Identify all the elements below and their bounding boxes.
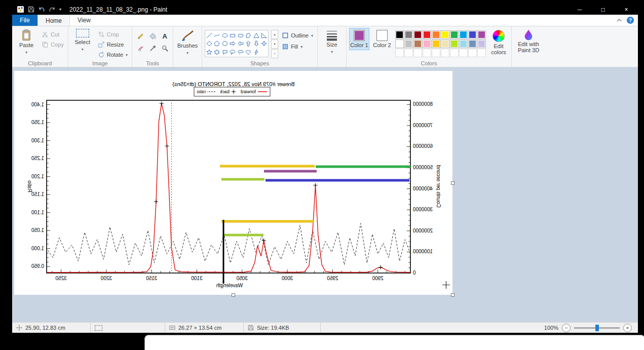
palette-swatch[interactable] [468,30,477,39]
size-button[interactable]: Size [320,28,344,54]
shape-up-arrow[interactable] [245,40,252,47]
fill-tool-button[interactable] [147,30,158,42]
select-button[interactable]: Select [71,28,94,52]
zoom-slider-thumb[interactable] [595,325,599,331]
shape-curve[interactable] [214,32,220,39]
palette-swatch-empty[interactable] [395,49,404,57]
shape-rounded-rectangle[interactable] [237,32,244,39]
palette-swatch[interactable] [477,30,486,39]
palette-swatch[interactable] [450,30,459,39]
canvas-image[interactable]: Brewer #079 Nov 28, 2022, TORONTO (dt=35… [14,71,452,295]
palette-swatch[interactable] [395,30,404,39]
copy-button[interactable]: Copy [41,41,65,49]
edit-with-paint3d-button[interactable]: Edit with Paint 3D [514,28,543,53]
palette-swatch-empty[interactable] [404,49,413,57]
canvas-resize-handle-corner[interactable] [451,293,454,297]
tab-home[interactable]: Home [37,15,70,26]
palette-swatch-empty[interactable] [441,49,449,57]
palette-swatch[interactable] [404,40,413,48]
palette-swatch[interactable] [459,30,468,39]
shape-oval[interactable] [221,32,228,39]
shape-five-point-star[interactable] [206,49,212,56]
shape-down-arrow[interactable] [253,40,259,47]
file-menu-button[interactable]: File [12,15,37,26]
pencil-tool-button[interactable] [135,30,146,42]
palette-swatch[interactable] [432,40,440,48]
rotate-button[interactable]: Rotate [97,51,129,59]
shape-triangle[interactable] [253,32,259,39]
palette-swatch-empty[interactable] [459,49,468,57]
palette-swatch[interactable] [441,30,449,39]
text-tool-button[interactable]: A [159,30,170,42]
shape-lightning[interactable] [253,49,259,56]
cut-button[interactable]: Cut [41,30,65,38]
shape-diamond[interactable] [206,40,212,47]
shapes-expand-icon[interactable]: ▿ [271,49,278,58]
shape-four-point-star[interactable] [261,40,268,47]
palette-swatch[interactable] [477,40,486,48]
tab-view[interactable]: View [70,15,98,26]
palette-swatch[interactable] [432,30,440,39]
palette-swatch[interactable] [468,40,477,48]
palette-swatch[interactable] [423,40,431,48]
edit-colors-button[interactable]: Edit colors [488,28,509,57]
palette-swatch[interactable] [404,30,413,39]
palette-swatch-empty[interactable] [450,49,459,57]
palette-swatch-empty[interactable] [413,49,422,57]
palette-swatch[interactable] [395,40,404,48]
palette-swatch-empty[interactable] [423,49,431,57]
undo-icon[interactable] [38,7,45,13]
selection-size-icon [95,325,102,331]
shape-rectangle[interactable] [230,32,236,39]
palette-swatch[interactable] [413,30,422,39]
brushes-button[interactable]: Brushes [176,28,199,55]
shape-pentagon[interactable] [214,40,220,47]
shapes-scroll-down-icon[interactable]: ▾ [271,40,278,49]
minimize-button[interactable]: ─ [568,4,591,15]
collapse-ribbon-icon[interactable] [617,19,622,22]
shape-rounded-callout[interactable] [221,49,228,56]
help-icon[interactable]: ? [627,17,634,24]
eraser-tool-button[interactable] [135,43,146,54]
zoom-slider[interactable] [574,327,620,329]
shape-six-point-star[interactable] [214,49,220,56]
background-window[interactable] [144,335,644,350]
crop-button[interactable]: Crop [97,30,129,38]
shape-line[interactable] [206,32,212,39]
color1-button[interactable]: Color 1 [349,28,369,50]
canvas-resize-handle-bottom[interactable] [232,293,235,297]
palette-swatch[interactable] [423,30,431,39]
palette-swatch[interactable] [459,40,468,48]
shape-heart[interactable] [245,49,252,56]
palette-swatch-empty[interactable] [477,49,486,57]
zoom-out-button[interactable]: − [562,324,571,332]
qat-dropdown-icon[interactable]: ▾ [59,7,61,12]
color-picker-tool-button[interactable] [147,43,158,54]
outline-button[interactable]: Outline [281,31,315,40]
shape-cloud-callout[interactable] [237,49,244,56]
shape-left-arrow[interactable] [237,40,244,47]
maximize-button[interactable]: □ [591,4,615,15]
fill-button[interactable]: Fill [281,43,315,51]
close-button[interactable]: × [615,4,638,15]
palette-swatch-empty[interactable] [468,49,477,57]
redo-icon[interactable] [49,7,56,13]
color2-button[interactable]: Color 2 [372,28,392,50]
canvas-resize-handle-right[interactable] [451,181,454,185]
paste-button[interactable]: Paste [15,28,38,55]
zoom-in-button[interactable]: + [623,324,632,332]
shape-right-arrow[interactable] [230,40,236,47]
palette-swatch[interactable] [413,40,422,48]
shapes-scroll-up-icon[interactable]: ▴ [271,30,278,39]
shape-hexagon[interactable] [221,40,228,47]
palette-swatch[interactable] [441,40,449,48]
fill-icon [282,44,288,50]
palette-swatch[interactable] [450,40,459,48]
shape-polygon[interactable] [245,32,252,39]
resize-button[interactable]: Resize [97,41,129,49]
save-icon[interactable] [28,6,34,13]
shape-oval-callout[interactable] [230,49,236,56]
shape-right-triangle[interactable] [261,32,268,39]
palette-swatch-empty[interactable] [432,49,440,57]
magnifier-tool-button[interactable] [159,43,170,54]
